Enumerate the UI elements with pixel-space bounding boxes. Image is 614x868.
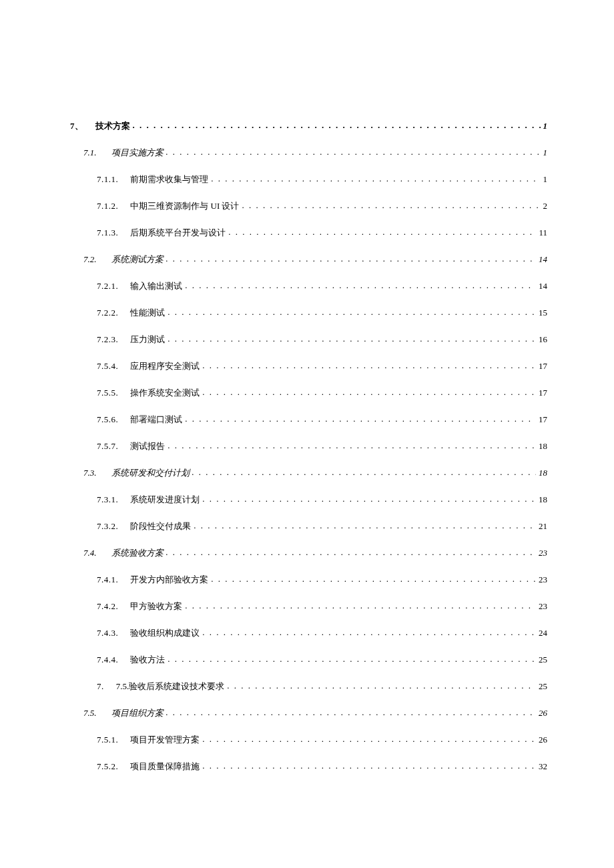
toc-page-number: 17 (539, 361, 547, 372)
toc-entry: 7.4.3.验收组织构成建议24 (97, 627, 547, 639)
toc-entry: 7.5.6.部署端口测试17 (97, 414, 547, 426)
toc-title: 部署端口测试 (130, 414, 182, 426)
toc-title: 后期系统平台开发与设计 (130, 227, 226, 239)
toc-page-number: 23 (539, 601, 547, 612)
toc-number: 7.5.5. (97, 388, 118, 398)
toc-leader-dots (185, 414, 536, 424)
toc-title: 系统测试方案 (111, 254, 164, 266)
toc-entry: 7.5.4.应用程序安全测试17 (97, 360, 547, 372)
toc-entry: 7.2.1.输入输出测试14 (97, 280, 547, 292)
toc-page-number: 17 (539, 414, 547, 425)
toc-entry: 7.1.项目实施方案1 (83, 147, 547, 159)
toc-title: 性能测试 (130, 307, 165, 319)
toc-entry: 7.3.系统研发和交付计划18 (83, 467, 547, 479)
toc-entry: 7.5.2.项目质量保障措施32 (97, 761, 547, 773)
toc-leader-dots (202, 494, 536, 504)
toc-entry: 7.2.3.压力测试16 (97, 334, 547, 346)
toc-title: 中期三维资源制作与 UI 设计 (130, 200, 239, 212)
toc-title: 操作系统安全测试 (130, 387, 200, 399)
toc-page-number: 2 (543, 201, 548, 211)
toc-title: 阶段性交付成果 (130, 520, 191, 532)
toc-entry: 7.5.5.操作系统安全测试17 (97, 387, 547, 399)
toc-number: 7.5.6. (97, 414, 118, 425)
toc-entry: 7.4.系统验收方案23 (83, 547, 547, 559)
toc-number: 7.1.2. (97, 201, 118, 211)
toc-title: 7.5.验收后系统建设技术要求 (116, 681, 225, 693)
toc-number: 7、 (70, 120, 83, 132)
toc-number: 7.3.2. (97, 521, 118, 532)
toc-title: 项目实施方案 (111, 147, 164, 159)
toc-title: 验收方法 (130, 654, 165, 666)
toc-leader-dots (133, 120, 541, 131)
toc-leader-dots (242, 200, 540, 211)
toc-title: 技术方案 (95, 120, 130, 132)
toc-title: 系统研发进度计划 (130, 494, 200, 506)
toc-title: 应用程序安全测试 (130, 360, 200, 372)
toc-title: 验收组织构成建议 (130, 627, 200, 639)
toc-entry: 7.4.2.甲方验收方案23 (97, 600, 547, 612)
toc-page-number: 24 (539, 628, 547, 638)
toc-leader-dots (228, 227, 536, 238)
toc-number: 7.5.4. (97, 361, 118, 372)
toc-page-number: 23 (539, 574, 547, 585)
toc-leader-dots (166, 547, 537, 558)
toc-leader-dots (166, 147, 541, 157)
toc-number: 7.4.4. (97, 655, 118, 665)
toc-entry: 7.1.3.后期系统平台开发与设计11 (97, 227, 547, 239)
toc-page-number: 14 (539, 281, 547, 292)
toc-entry: 7.3.1.系统研发进度计划18 (97, 494, 547, 506)
toc-number: 7.3.1. (97, 494, 118, 505)
toc-title: 系统验收方案 (111, 547, 164, 559)
toc-number: 7.4. (83, 548, 97, 558)
toc-number: 7.4.1. (97, 574, 118, 585)
toc-number: 7.4.2. (97, 601, 118, 612)
toc-number: 7. (97, 681, 104, 692)
toc-entry: 7.3.2.阶段性交付成果21 (97, 520, 547, 532)
toc-entry: 7.2.系统测试方案14 (83, 254, 547, 266)
toc-title: 前期需求收集与管理 (130, 173, 208, 185)
toc-number: 7.2. (83, 254, 97, 265)
toc-entry: 7.1.2.中期三维资源制作与 UI 设计2 (97, 200, 547, 212)
toc-number: 7.5.1. (97, 735, 118, 745)
toc-leader-dots (185, 600, 536, 611)
toc-leader-dots (168, 654, 536, 665)
toc-leader-dots (202, 387, 536, 398)
toc-number: 7.5. (83, 708, 97, 719)
toc-number: 7.1.3. (97, 228, 118, 238)
toc-number: 7.5.7. (97, 441, 118, 452)
toc-leader-dots (202, 761, 536, 771)
toc-page-number: 1 (543, 147, 548, 158)
toc-title: 项目组织方案 (111, 707, 164, 719)
toc-page-number: 21 (539, 521, 547, 532)
toc-leader-dots (168, 440, 536, 451)
toc-entry: 7.7.5.验收后系统建设技术要求25 (97, 681, 547, 693)
toc-title: 系统研发和交付计划 (111, 467, 190, 479)
toc-entry: 7.4.1.开发方内部验收方案23 (97, 574, 547, 586)
toc-leader-dots (211, 173, 540, 184)
toc-page-number: 11 (539, 228, 547, 238)
toc-page-number: 18 (539, 441, 547, 452)
toc-number: 7.5.2. (97, 761, 118, 772)
toc-number: 7.2.1. (97, 281, 118, 292)
toc-number: 7.4.3. (97, 628, 118, 638)
toc-page-number: 16 (539, 334, 547, 345)
toc-leader-dots (202, 360, 536, 371)
toc-entry: 7.2.2.性能测试15 (97, 307, 547, 319)
toc-leader-dots (202, 734, 536, 745)
toc-leader-dots (168, 307, 536, 318)
toc-number: 7.2.3. (97, 334, 118, 345)
toc-page-number: 17 (539, 388, 547, 398)
toc-page-number: 14 (539, 254, 547, 265)
toc-page-number: 1 (543, 121, 548, 131)
toc-entry: 7.5.7.测试报告18 (97, 440, 547, 452)
toc-page-number: 26 (539, 735, 547, 745)
toc-title: 项目开发管理方案 (130, 734, 200, 746)
toc-entry: 7.4.4.验收方法25 (97, 654, 547, 666)
toc-title: 项目质量保障措施 (130, 761, 200, 773)
toc-title: 压力测试 (130, 334, 165, 346)
toc-title: 开发方内部验收方案 (130, 574, 208, 586)
toc-entry: 7、技术方案1 (70, 120, 547, 132)
toc-page-number: 18 (539, 468, 547, 478)
toc-title: 输入输出测试 (130, 280, 182, 292)
toc-title: 测试报告 (130, 440, 165, 452)
